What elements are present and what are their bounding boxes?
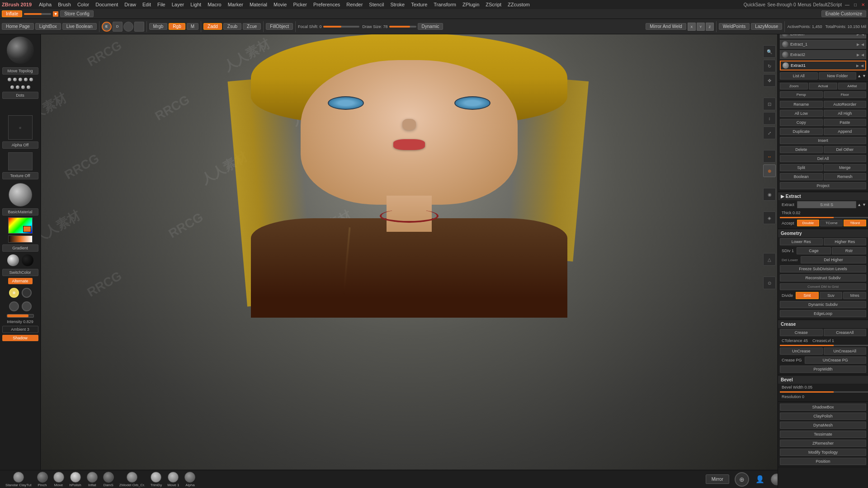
claypolish-btn[interactable]: ClayPolish bbox=[780, 413, 866, 420]
aaflat-btn[interactable]: AAflat bbox=[838, 83, 866, 89]
menu-color[interactable]: Color bbox=[75, 1, 92, 8]
rgb-btn[interactable]: Rgb bbox=[169, 23, 185, 30]
material-preview[interactable] bbox=[9, 183, 32, 206]
floor-btn[interactable]: Floor bbox=[824, 91, 867, 98]
basic-material-btn[interactable]: BasicMaterial bbox=[2, 208, 38, 216]
rp-up-btn[interactable]: ▲ bbox=[857, 74, 861, 78]
uncrease-all-btn[interactable]: UnCreaseAll bbox=[824, 347, 867, 355]
paste-btn[interactable]: Paste bbox=[824, 119, 867, 126]
brush-inflat[interactable]: Inflat bbox=[85, 471, 99, 488]
suv-btn[interactable]: Suv bbox=[820, 292, 843, 299]
s-mit-s-btn[interactable]: S:mit S bbox=[797, 201, 856, 208]
rstr-btn[interactable]: Rstr bbox=[832, 247, 866, 254]
auto-reorder-btn[interactable]: AutoReorder bbox=[824, 101, 867, 108]
higher-res-btn[interactable]: Higher Res bbox=[824, 238, 867, 245]
uncrease-btn[interactable]: UnCrease bbox=[780, 347, 823, 355]
move-topolog-btn[interactable]: Move Topolog bbox=[2, 67, 38, 75]
default-script[interactable]: DefaultZScript bbox=[813, 2, 842, 7]
zoom-btn[interactable]: Zoom bbox=[780, 83, 808, 89]
menu-picker[interactable]: Picker bbox=[290, 1, 310, 8]
bevel-header[interactable]: Bevel bbox=[778, 376, 868, 384]
mirror-z-btn[interactable]: Z bbox=[706, 23, 714, 31]
brush-standard[interactable]: Standar ClayTut bbox=[4, 471, 33, 488]
all-low-btn[interactable]: All Low bbox=[780, 110, 823, 117]
menu-transform[interactable]: Transform bbox=[431, 1, 459, 8]
dynamic-subdiv-btn[interactable]: Dynamic Subdiv bbox=[780, 301, 866, 308]
background-color[interactable] bbox=[22, 254, 33, 266]
smooth-mode-btn[interactable] bbox=[123, 22, 133, 32]
quicksave-btn[interactable]: QuickSave bbox=[744, 2, 765, 7]
light-on-btn[interactable] bbox=[9, 288, 19, 298]
bevel-slider[interactable] bbox=[780, 391, 868, 393]
intensity-bar[interactable] bbox=[7, 314, 34, 318]
menu-material[interactable]: Material bbox=[247, 1, 270, 8]
shadow-btn[interactable]: Shadow bbox=[2, 335, 38, 341]
foreground-color[interactable] bbox=[7, 254, 19, 266]
delete-btn[interactable]: Delete bbox=[780, 146, 823, 153]
menu-texture[interactable]: Texture bbox=[408, 1, 430, 8]
menu-light[interactable]: Light bbox=[188, 1, 204, 8]
menu-alpha[interactable]: Alpha bbox=[36, 1, 54, 8]
focal-shift-slider[interactable] bbox=[323, 26, 359, 28]
subtool-item-extract2[interactable]: Extract2 ▶ ◀ bbox=[778, 50, 868, 60]
see-through-control[interactable]: See-through 0 bbox=[767, 2, 796, 7]
shadowbox-btn[interactable]: ShadowBox bbox=[780, 404, 866, 411]
double-btn[interactable]: Double bbox=[797, 220, 820, 226]
mrgb-btn[interactable]: Mrgb bbox=[149, 23, 168, 30]
minimize-btn[interactable]: — bbox=[844, 2, 851, 7]
lazy-mouse-btn[interactable]: LazyMouse bbox=[751, 23, 782, 30]
mirror-x-btn[interactable]: X bbox=[688, 23, 696, 31]
new-folder-btn[interactable]: New Folder bbox=[819, 72, 857, 80]
switch-color-btn[interactable]: SwitchColor bbox=[2, 269, 38, 276]
menu-stroke[interactable]: Stroke bbox=[387, 1, 407, 8]
mirror-btn[interactable]: Mirror bbox=[706, 474, 729, 484]
m-btn[interactable]: M bbox=[187, 23, 198, 30]
rename-btn[interactable]: Rename bbox=[780, 101, 823, 108]
color-mode-btn[interactable] bbox=[134, 22, 144, 32]
weld-points-btn[interactable]: WeldPoints bbox=[719, 23, 750, 30]
zsub-btn[interactable]: Zsub bbox=[223, 23, 241, 30]
list-all-btn[interactable]: List All bbox=[780, 72, 818, 80]
gradient-swatch[interactable] bbox=[8, 235, 33, 243]
mirror-y-btn[interactable]: Y bbox=[697, 23, 705, 31]
tbord-btn[interactable]: TBord bbox=[844, 220, 866, 226]
persp-btn[interactable]: Persp bbox=[780, 91, 823, 98]
dots-btn[interactable]: Dots bbox=[2, 92, 38, 99]
subtool-item-extract1[interactable]: Extract1 ▶ ◀ bbox=[778, 60, 868, 71]
draw-mode-btn[interactable]: D bbox=[113, 22, 123, 32]
extract-header[interactable]: ▶ Extract bbox=[778, 192, 868, 200]
copy-btn[interactable]: Copy bbox=[780, 119, 823, 126]
prop-width-btn[interactable]: PropWidth bbox=[780, 366, 866, 373]
brush-move1[interactable]: Move 1 bbox=[165, 471, 181, 488]
texture-off-btn[interactable]: Texture Off bbox=[2, 172, 38, 179]
cage-btn[interactable]: Cage bbox=[797, 247, 831, 254]
fill-object-btn[interactable]: FillObject bbox=[266, 23, 293, 30]
texture-preview[interactable] bbox=[8, 152, 33, 170]
duplicate-btn[interactable]: Duplicate bbox=[780, 128, 823, 135]
ctolerance-slider[interactable] bbox=[780, 345, 868, 346]
boolean-btn[interactable]: Boolean bbox=[780, 173, 823, 180]
menu-zscript[interactable]: ZScript bbox=[483, 1, 504, 8]
nav-compass[interactable]: ⊕ bbox=[735, 472, 749, 487]
menu-stencil[interactable]: Stencil bbox=[366, 1, 387, 8]
del-higher-btn[interactable]: Del Higher bbox=[801, 256, 866, 263]
freeze-subdiv-btn[interactable]: Freeze SubDivision Levels bbox=[780, 265, 866, 272]
geometry-header[interactable]: Geometry bbox=[778, 230, 868, 237]
dynamic-btn[interactable]: Dynamic bbox=[418, 23, 443, 30]
close-btn[interactable]: ✕ bbox=[860, 2, 866, 7]
crease-all-btn[interactable]: CreaseAll bbox=[824, 329, 867, 336]
append-btn[interactable]: Append bbox=[824, 128, 867, 135]
split-btn[interactable]: Split bbox=[780, 164, 823, 171]
remesh-btn[interactable]: Remesh bbox=[824, 173, 867, 180]
zadd-btn[interactable]: Zadd bbox=[203, 23, 222, 30]
light3-btn[interactable] bbox=[22, 301, 32, 311]
menu-render[interactable]: Render bbox=[344, 1, 365, 8]
home-page-btn[interactable]: Home Page bbox=[2, 23, 34, 30]
position-btn[interactable]: Position bbox=[780, 458, 866, 465]
menu-draw[interactable]: Draw bbox=[122, 1, 139, 8]
actual-btn[interactable]: Actual bbox=[809, 83, 837, 89]
rp-down-btn[interactable]: ▼ bbox=[862, 74, 866, 78]
project-btn[interactable]: Project bbox=[780, 182, 866, 189]
brush-trimdy[interactable]: TrimDy bbox=[149, 471, 164, 488]
color-picker[interactable] bbox=[8, 217, 33, 234]
